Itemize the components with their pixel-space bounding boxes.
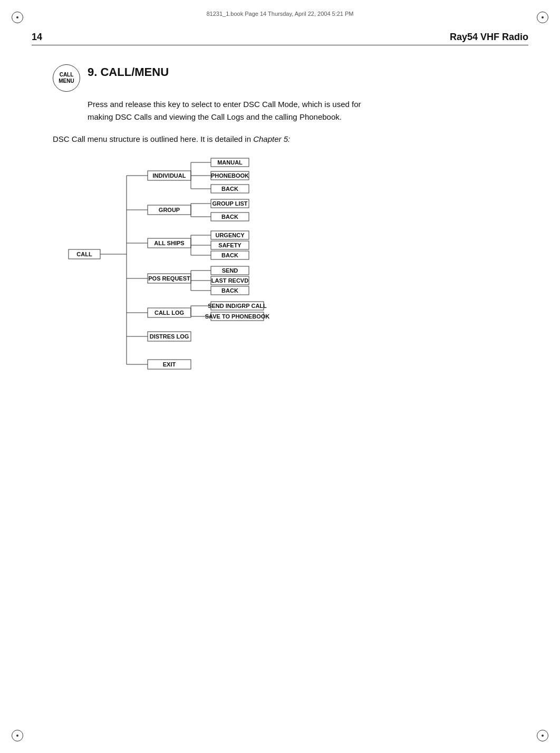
section-header: CALL MENU 9. CALL/MENU [53, 63, 523, 92]
reg-mark-bottom-right [535, 728, 551, 744]
tree-svg: .box-text { font-family: Arial, Helvetic… [63, 157, 422, 379]
svg-text:SAFETY: SAFETY [218, 242, 242, 248]
reg-mark-top-left [9, 9, 25, 25]
svg-text:CALL: CALL [76, 251, 92, 257]
section-body-1: Press and release this key to select to … [88, 98, 523, 123]
svg-text:SEND IND/GRP CALL: SEND IND/GRP CALL [208, 303, 267, 309]
page-title: Ray54 VHF Radio [450, 32, 528, 43]
section-name: CALL/MENU [100, 65, 169, 79]
section-title: 9. CALL/MENU [88, 65, 169, 79]
reg-mark-top-right [535, 9, 551, 25]
svg-text:POS REQUEST: POS REQUEST [148, 275, 190, 282]
svg-text:BACK: BACK [221, 186, 238, 192]
svg-text:EXIT: EXIT [163, 361, 176, 368]
menu-tree-diagram: .box-text { font-family: Arial, Helvetic… [63, 157, 523, 379]
svg-text:SAVE TO PHONEBOOK: SAVE TO PHONEBOOK [205, 313, 270, 320]
section-body-2: DSC Call menu structure is outlined here… [53, 133, 523, 146]
svg-text:INDIVIDUAL: INDIVIDUAL [153, 172, 186, 179]
svg-text:GROUP LIST: GROUP LIST [212, 200, 247, 207]
svg-text:MANUAL: MANUAL [217, 159, 243, 166]
svg-text:DISTRES LOG: DISTRES LOG [150, 333, 189, 340]
svg-text:BACK: BACK [221, 252, 238, 258]
svg-text:LAST RECVD: LAST RECVD [211, 277, 248, 284]
call-menu-badge: CALL MENU [53, 64, 80, 92]
content-area: CALL MENU 9. CALL/MENU Press and release… [53, 47, 523, 379]
svg-text:BACK: BACK [221, 214, 238, 220]
reg-mark-bottom-left [9, 728, 25, 744]
badge-line1: CALL [60, 72, 74, 78]
page: 81231_1.book Page 14 Thursday, April 22,… [0, 0, 560, 753]
svg-text:SEND: SEND [222, 267, 238, 274]
page-number: 14 [32, 32, 42, 43]
svg-text:PHONEBOOK: PHONEBOOK [211, 172, 249, 179]
svg-text:CALL LOG: CALL LOG [155, 310, 184, 316]
svg-text:GROUP: GROUP [159, 207, 180, 213]
badge-line2: MENU [59, 78, 74, 84]
svg-text:BACK: BACK [221, 287, 238, 294]
header-bar: 14 Ray54 VHF Radio [32, 32, 528, 45]
svg-text:URGENCY: URGENCY [215, 232, 245, 238]
section-number: 9. [88, 65, 97, 79]
section-title-container: 9. CALL/MENU [88, 63, 169, 79]
print-info: 81231_1.book Page 14 Thursday, April 22,… [206, 11, 353, 17]
svg-text:ALL SHIPS: ALL SHIPS [154, 240, 184, 246]
